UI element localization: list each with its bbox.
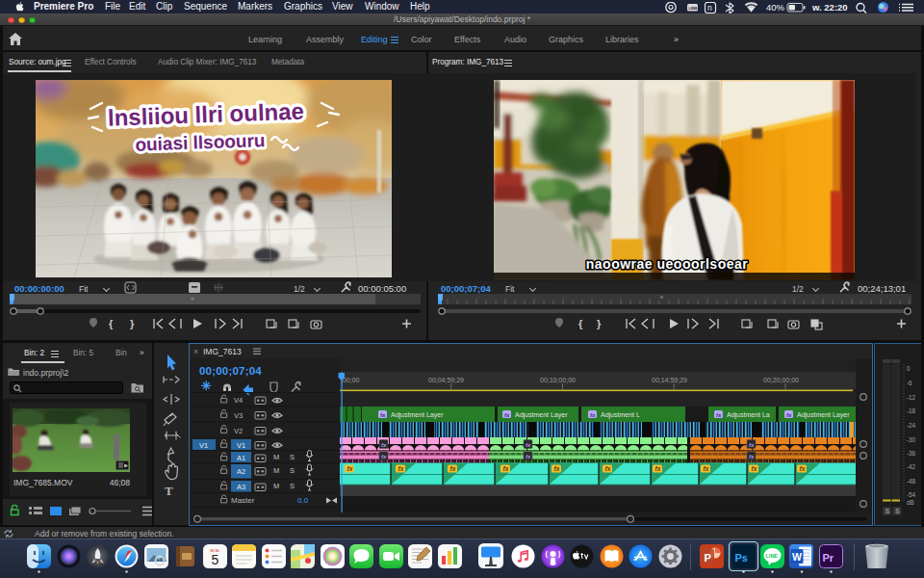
svg-text:00;14;59;29: 00;14;59;29 (652, 377, 687, 383)
svg-text:V3: V3 (234, 411, 243, 420)
svg-text:00;10;00;00: 00;10;00;00 (540, 377, 576, 383)
svg-text:S: S (895, 508, 900, 514)
svg-text:A3: A3 (237, 483, 245, 491)
svg-text:{: { (109, 318, 114, 329)
svg-text:P: P (705, 552, 711, 564)
svg-text:fx: fx (716, 412, 722, 418)
svg-text:Adjustment La: Adjustment La (727, 411, 770, 419)
svg-text:A1: A1 (237, 454, 245, 462)
svg-text:-54: -54 (907, 491, 916, 498)
svg-text:-12: -12 (907, 394, 916, 401)
svg-text:5: 5 (212, 552, 219, 567)
svg-text:IMG_7613: IMG_7613 (203, 347, 242, 356)
svg-text:M: M (273, 466, 279, 475)
svg-text:S: S (290, 482, 295, 490)
svg-text:LINE: LINE (766, 553, 779, 559)
svg-text:fx: fx (380, 412, 386, 418)
svg-text:×: × (193, 347, 198, 356)
svg-text:n: n (707, 3, 712, 13)
svg-text:fx: fx (590, 412, 596, 418)
svg-text:LINE: LINE (689, 5, 698, 10)
svg-text:-24: -24 (907, 422, 916, 429)
svg-text:0.0: 0.0 (297, 496, 309, 505)
svg-text:naoowrae ueooorlsoear: naoowrae ueooorlsoear (586, 256, 748, 272)
svg-text:Pr: Pr (823, 552, 834, 564)
svg-text:fx: fx (381, 442, 387, 448)
svg-text:-18: -18 (907, 407, 916, 414)
svg-text:-48: -48 (907, 478, 916, 485)
svg-text:V1: V1 (237, 441, 245, 450)
svg-text:}: } (130, 318, 135, 329)
svg-text:{: { (578, 318, 583, 329)
svg-text:Adjustment Layer: Adjustment Layer (797, 411, 850, 419)
svg-text:W: W (792, 551, 802, 563)
svg-text:00;00;07;04: 00;00;07;04 (199, 365, 262, 377)
svg-text:00;04;59;29: 00;04;59;29 (428, 377, 464, 383)
svg-text:S: S (290, 466, 295, 475)
svg-text:V2: V2 (234, 427, 243, 435)
svg-text:Adjustment L: Adjustment L (601, 411, 640, 419)
svg-text:00;20;00;00: 00;20;00;00 (763, 377, 799, 383)
svg-text:fx: fx (504, 412, 510, 418)
svg-text:-36: -36 (907, 450, 916, 457)
svg-text:T: T (165, 484, 173, 498)
svg-text:Adjustment Layer: Adjustment Layer (391, 411, 444, 419)
svg-text:-42: -42 (907, 463, 916, 470)
svg-text:Adjustment Layer: Adjustment Layer (515, 411, 568, 419)
svg-text:V1: V1 (199, 441, 208, 450)
svg-text:fx: fx (347, 465, 353, 472)
svg-text:M: M (273, 482, 279, 490)
svg-text:-6: -6 (907, 380, 912, 386)
svg-text:S: S (290, 453, 295, 461)
svg-text:-30: -30 (907, 436, 916, 443)
svg-text:V4: V4 (234, 396, 243, 405)
svg-text:fx: fx (786, 412, 792, 418)
svg-text:Ps: Ps (735, 552, 748, 564)
svg-text:}: } (597, 318, 602, 329)
svg-text:dB: dB (907, 499, 914, 506)
svg-text:A2: A2 (237, 467, 245, 476)
svg-text:M: M (273, 453, 279, 461)
svg-text:Master: Master (231, 496, 255, 505)
svg-text:S: S (886, 508, 890, 514)
svg-text:0: 0 (907, 365, 911, 372)
